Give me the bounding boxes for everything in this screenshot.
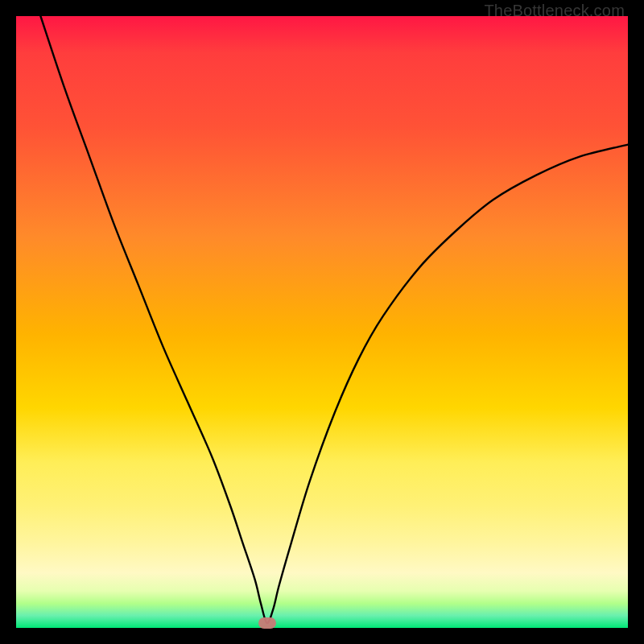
bottleneck-curve — [16, 16, 628, 628]
chart-frame: TheBottleneck.com — [0, 0, 644, 644]
watermark-text: TheBottleneck.com — [484, 2, 625, 20]
optimal-point-marker — [258, 617, 276, 629]
